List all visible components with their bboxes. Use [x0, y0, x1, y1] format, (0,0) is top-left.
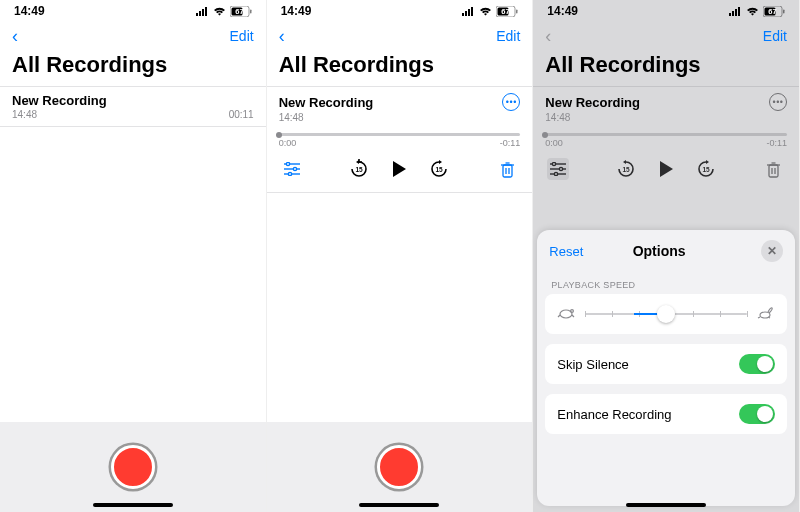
remaining-time: -0:11	[500, 138, 521, 148]
home-indicator[interactable]	[93, 503, 173, 507]
nav-bar: ‹ Edit	[267, 22, 533, 50]
turtle-icon	[557, 307, 575, 322]
svg-rect-33	[738, 7, 740, 16]
options-sliders-icon[interactable]	[281, 158, 303, 180]
status-right: 67	[462, 6, 518, 17]
recording-time: 14:48	[279, 112, 304, 123]
playback-speed-label: PLAYBACK SPEED	[537, 272, 795, 294]
recording-row[interactable]: New Recording ••• 14:48	[267, 87, 533, 129]
sheet-header: Reset Options ✕	[537, 230, 795, 272]
svg-point-53	[571, 309, 574, 312]
speed-slider[interactable]	[585, 304, 747, 324]
edit-button[interactable]: Edit	[496, 28, 520, 44]
enhance-recording-row: Enhance Recording	[545, 394, 787, 434]
recording-row: New Recording ••• 14:48	[533, 87, 799, 129]
record-button[interactable]	[377, 445, 421, 489]
playback-scrubber[interactable]: 0:00 -0:11	[267, 129, 533, 148]
options-sliders-icon	[547, 158, 569, 180]
status-time: 14:49	[281, 4, 312, 18]
rabbit-icon	[757, 307, 775, 322]
record-footer	[267, 422, 533, 512]
svg-point-41	[553, 162, 556, 165]
recording-name: New Recording	[12, 93, 107, 108]
svg-rect-31	[732, 11, 734, 16]
nav-bar: ‹ Edit	[533, 22, 799, 50]
svg-text:15: 15	[436, 166, 444, 173]
svg-rect-25	[503, 165, 512, 177]
recording-duration: 00:11	[229, 109, 254, 120]
status-time: 14:49	[14, 4, 45, 18]
svg-text:67: 67	[768, 7, 776, 16]
play-icon	[655, 158, 677, 180]
options-sheet: Reset Options ✕ PLAYBACK SPEED	[537, 230, 795, 506]
enhance-recording-label: Enhance Recording	[557, 407, 671, 422]
playback-speed-row	[545, 294, 787, 334]
home-indicator[interactable]	[626, 503, 706, 507]
svg-point-19	[286, 162, 289, 165]
screen-expanded: 14:49 67 ‹ Edit All Recordings New Recor…	[267, 0, 534, 512]
recording-time: 14:48	[12, 109, 37, 120]
page-title: All Recordings	[0, 50, 266, 86]
svg-point-43	[555, 172, 558, 175]
skip-back-15-icon: 15	[615, 158, 637, 180]
close-icon[interactable]: ✕	[761, 240, 783, 262]
svg-rect-2	[202, 9, 204, 16]
skip-silence-toggle[interactable]	[739, 354, 775, 374]
trash-icon	[763, 158, 785, 180]
svg-rect-9	[465, 11, 467, 16]
play-icon[interactable]	[388, 158, 410, 180]
recording-row[interactable]: New Recording 14:48 00:11	[0, 87, 266, 127]
skip-silence-label: Skip Silence	[557, 357, 629, 372]
svg-rect-0	[196, 13, 198, 16]
skip-silence-row: Skip Silence	[545, 344, 787, 384]
svg-rect-6	[250, 9, 252, 13]
skip-back-15-icon[interactable]: 15	[348, 158, 370, 180]
status-bar: 14:49 67	[0, 0, 266, 22]
elapsed-time: 0:00	[545, 138, 563, 148]
edit-button[interactable]: Edit	[230, 28, 254, 44]
record-footer	[0, 422, 266, 512]
more-options-button: •••	[769, 93, 787, 111]
svg-marker-45	[660, 161, 673, 177]
battery-icon: 67	[763, 6, 785, 17]
trash-icon[interactable]	[496, 158, 518, 180]
svg-rect-1	[199, 11, 201, 16]
edit-button[interactable]: Edit	[763, 28, 787, 44]
svg-text:15: 15	[703, 166, 711, 173]
page-title: All Recordings	[267, 50, 533, 86]
svg-rect-32	[735, 9, 737, 16]
remaining-time: -0:11	[766, 138, 787, 148]
back-button: ‹	[545, 26, 551, 47]
status-right: 67	[729, 6, 785, 17]
svg-marker-23	[393, 161, 406, 177]
playback-controls: 15 15	[533, 148, 799, 192]
svg-rect-11	[471, 7, 473, 16]
back-button[interactable]: ‹	[279, 26, 285, 47]
svg-text:15: 15	[356, 166, 364, 173]
more-options-button[interactable]: •••	[502, 93, 520, 111]
svg-rect-3	[205, 7, 207, 16]
wifi-icon	[746, 7, 759, 16]
enhance-recording-toggle[interactable]	[739, 404, 775, 424]
elapsed-time: 0:00	[279, 138, 297, 148]
record-button[interactable]	[111, 445, 155, 489]
svg-rect-36	[783, 9, 785, 13]
back-button[interactable]: ‹	[12, 26, 18, 47]
svg-rect-30	[729, 13, 731, 16]
skip-forward-15-icon[interactable]: 15	[428, 158, 450, 180]
status-right: 67	[196, 6, 252, 17]
status-bar: 14:49 67	[267, 0, 533, 22]
sheet-title: Options	[557, 243, 761, 259]
svg-rect-10	[468, 9, 470, 16]
svg-text:67: 67	[235, 7, 243, 16]
wifi-icon	[479, 7, 492, 16]
cellular-icon	[462, 7, 475, 16]
battery-icon: 67	[496, 6, 518, 17]
svg-point-21	[288, 172, 291, 175]
battery-icon: 67	[230, 6, 252, 17]
home-indicator[interactable]	[359, 503, 439, 507]
svg-text:15: 15	[623, 166, 631, 173]
screen-list: 14:49 67 ‹ Edit All Recordings New Recor…	[0, 0, 267, 512]
svg-rect-8	[462, 13, 464, 16]
playback-controls: 15 15	[267, 148, 533, 193]
